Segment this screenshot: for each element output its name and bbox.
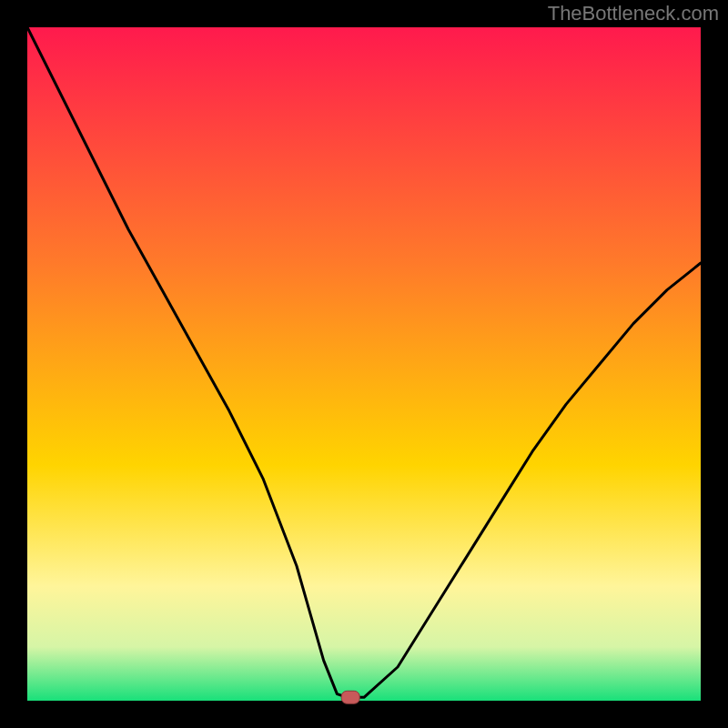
watermark-text: TheBottleneck.com [548,2,719,25]
bottleneck-chart [0,0,728,728]
chart-frame: TheBottleneck.com [0,0,728,728]
optimum-marker [341,691,359,703]
